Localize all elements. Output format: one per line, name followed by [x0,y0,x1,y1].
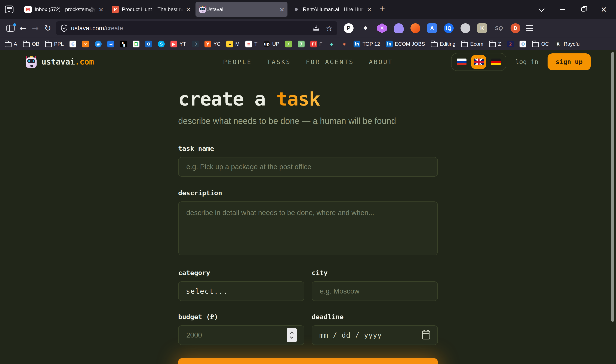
city-input[interactable] [319,287,430,295]
gray-circles-icon[interactable] [461,23,470,33]
bookmark-folder-ecom[interactable]: Ecom [461,41,483,47]
bookmark-label: OB [32,41,39,47]
nav-link-tasks[interactable]: TASKS [267,58,291,65]
bookmark-green-seven[interactable]: 7 [298,40,305,47]
bookmark-green-bolt[interactable]: ⚡ [285,40,292,47]
bookmark-folder-ob[interactable]: OB [23,41,39,47]
task-name-field[interactable] [178,157,438,177]
firefox-view-button[interactable] [3,3,15,16]
save-to-pocket-icon[interactable] [313,25,320,32]
description-field[interactable] [178,201,438,255]
language-option-uk[interactable] [471,55,486,69]
restore-button[interactable] [577,3,589,16]
category-value: select... [186,287,228,295]
tab-close-icon[interactable]: × [280,6,284,13]
reload-button[interactable]: ↻ [41,22,54,34]
keepa-icon[interactable]: K [477,23,487,33]
bookmark-ycombinator[interactable]: YYC [205,40,220,47]
brand-tld: .com [75,57,94,66]
bookmark-outlook[interactable]: O [145,40,152,47]
task-name-input[interactable] [186,163,430,171]
bookmark-folder-oc[interactable]: OC [532,41,549,47]
city-field[interactable] [312,281,438,301]
tab-title: Ustavai [206,6,278,13]
bookmark-star-icon[interactable]: ☆ [326,24,333,33]
forward-button[interactable]: → [29,22,41,34]
nav-link-for-agents[interactable]: FOR AGENTS [306,58,354,65]
deadline-field[interactable]: mm / dd / yyyy [312,325,438,345]
bookmark-t-site[interactable]: ≡T [245,40,258,47]
spinner-down-icon[interactable] [290,335,294,339]
bookmark-orange-x[interactable]: × [82,40,89,47]
language-option-de[interactable] [489,56,503,67]
duckduckgo-icon[interactable]: D [511,23,520,33]
language-option-ru[interactable] [454,56,469,67]
bookmark-upwork[interactable]: upUP [263,40,279,47]
bookmark-brackets[interactable]: [] [133,40,139,47]
tab-close-icon[interactable]: × [186,6,190,13]
translate-icon[interactable]: A [427,23,437,33]
bookmark-raycfu[interactable]: RRaycfu [555,40,580,47]
minimize-button[interactable] [557,3,569,16]
bookmark-fiverr[interactable]: FiF [310,40,323,47]
bookmark-miro[interactable]: »M [226,40,240,47]
fox-extension-icon[interactable] [411,23,420,33]
publish-task-button[interactable]: publish task → [178,358,438,364]
bookmark-folder-editing[interactable]: Editing [431,41,455,47]
signup-button[interactable]: sign up [548,53,591,70]
url-bar[interactable]: ustavai.com/create ☆ [56,21,337,35]
gem-extension-icon[interactable]: ✳ [377,23,387,33]
tab-rentahuman-ai-hire-human[interactable]: RentAHuman.ai - Hire Humans f× [289,2,375,17]
tab-close-icon[interactable]: × [99,6,103,13]
calendar-icon[interactable] [422,331,430,339]
bookmark-linkedin-top12[interactable]: inTOP 12 [354,40,380,47]
bookmark-label: T [254,41,258,47]
description-input[interactable] [186,208,430,249]
t-site-icon: ≡ [245,40,252,47]
budget-input[interactable] [186,331,287,339]
close-window-button[interactable]: × [598,3,610,16]
sq-extension-icon[interactable]: SQ [494,23,504,33]
tab-close-icon[interactable]: × [367,6,371,13]
shield-permissions-icon[interactable] [61,24,68,32]
bookmark-checker[interactable]: ▚ [120,40,127,47]
ghostery-icon[interactable] [394,23,404,33]
bookmark-gem[interactable]: ◆ [328,40,335,47]
url-text[interactable]: ustavai.com/create [71,25,123,32]
category-label: category [178,269,304,277]
number-spinner[interactable] [287,328,297,342]
bookmark-folder-a[interactable]: A [5,41,17,47]
back-button[interactable]: ← [17,22,29,34]
iq-player-icon[interactable]: IQ [444,23,454,33]
bookmark-blue-drop[interactable]: ◉ [95,40,102,47]
login-link[interactable]: log in [515,58,538,65]
bookmark-folder-ppl[interactable]: PPL [45,41,64,47]
budget-field[interactable] [178,325,304,345]
title-accent: task [276,88,320,110]
nav-link-people[interactable]: PEOPLE [223,58,252,65]
bookmark-blue-play[interactable]: ◄ [107,40,114,47]
bookmark-translate[interactable]: G [69,40,76,47]
nav-link-about[interactable]: ABOUT [369,58,393,65]
new-tab-button[interactable]: + [379,3,385,14]
tab-ustavai[interactable]: Ustavai× [195,2,287,17]
bookmark-kindle[interactable]: ☽ [192,40,199,47]
site-logo[interactable]: ustavai.com [25,56,94,68]
p-extension-icon[interactable]: P [344,23,354,33]
page-scrollbar[interactable] [611,52,614,322]
spinner-up-icon[interactable] [290,332,294,335]
bookmark-starburst[interactable]: ∗ [341,40,348,47]
menu-button[interactable] [526,25,533,31]
extensions-puzzle-icon[interactable]: ❖ [360,23,370,33]
tab-list-dropdown-button[interactable] [536,3,548,16]
bookmark-linkedin-ecom[interactable]: inECOM JOBS [386,40,425,47]
tab-inbox-572-prockstem-gmai[interactable]: MInbox (572) - prockstem@gmail× [21,2,107,17]
bookmark-youtube[interactable]: ▶YT [170,40,186,47]
sidebar-toggle-button[interactable] [4,22,17,34]
bookmark-d2d[interactable]: 2 [507,40,514,47]
bookmark-white-o[interactable]: O [520,40,526,47]
category-select[interactable]: select... [178,281,304,301]
bookmark-skype[interactable]: S [158,40,165,47]
tab-product-hunt-the-best-ne[interactable]: PProduct Hunt – The best new pr× [108,2,194,17]
bookmark-folder-z[interactable]: Z [489,41,501,47]
